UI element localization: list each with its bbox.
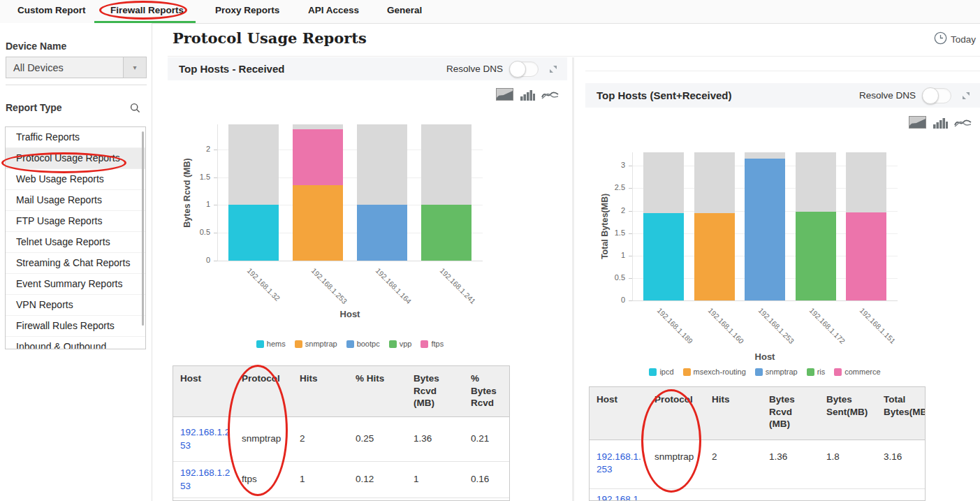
divider bbox=[168, 56, 980, 57]
x-tick-label: 192.168.1.189 bbox=[656, 306, 695, 345]
legend-label: hems bbox=[267, 340, 286, 348]
x-tick-label: 192.168.1.151 bbox=[858, 306, 898, 345]
legend-item-hems[interactable]: hems bbox=[256, 340, 286, 348]
table-cell: 2 bbox=[293, 430, 349, 448]
bar-segment-hems bbox=[228, 205, 279, 261]
x-tick-label: 192.168.1.241 bbox=[439, 266, 478, 305]
y-tick-label: 0 bbox=[182, 256, 210, 264]
sidebar-item-telnet-usage-reports[interactable]: Telnet Usage Reports bbox=[6, 232, 145, 253]
legend-label: vpp bbox=[400, 340, 412, 348]
legend-swatch bbox=[807, 368, 814, 376]
sidebar-item-web-usage-reports[interactable]: Web Usage Reports bbox=[6, 169, 145, 190]
tab-api-access[interactable]: API Access bbox=[308, 5, 359, 15]
legend-swatch bbox=[346, 340, 354, 348]
y-axis-line bbox=[217, 124, 218, 261]
clock-icon bbox=[934, 31, 947, 48]
table-cell bbox=[705, 489, 762, 496]
legend-item-commerce[interactable]: commerce bbox=[834, 368, 880, 376]
column-header-protocol: Protocol bbox=[235, 366, 293, 416]
y-tick-label: 1 bbox=[597, 251, 625, 259]
tab-custom-report[interactable]: Custom Report bbox=[17, 5, 86, 15]
device-select[interactable]: All Devices ▾ bbox=[6, 57, 147, 78]
legend-item-snmptrap[interactable]: snmptrap bbox=[755, 368, 798, 376]
device-name-label: Device Name bbox=[6, 41, 66, 52]
table-row: 192.168.1. bbox=[590, 489, 925, 501]
tab-general[interactable]: General bbox=[387, 5, 422, 15]
device-select-value: All Devices bbox=[6, 62, 123, 73]
sidebar-item-traffic-reports[interactable]: Traffic Reports bbox=[6, 127, 145, 148]
legend-item-ipcd[interactable]: ipcd bbox=[649, 368, 673, 376]
legend-swatch bbox=[834, 368, 842, 376]
x-tick-label: 192.168.1.172 bbox=[807, 306, 847, 345]
host-link[interactable]: 192.168.1.253 bbox=[173, 423, 235, 454]
bar-segment-ftps bbox=[293, 129, 343, 185]
legend-label: bootpc bbox=[357, 340, 380, 348]
sidebar-item-event-summary-reports[interactable]: Event Summary Reports bbox=[6, 274, 145, 295]
legend-item-bootpc[interactable]: bootpc bbox=[346, 340, 380, 348]
host-link[interactable]: 192.168.1.253 bbox=[173, 464, 235, 495]
report-type-label: Report Type bbox=[6, 102, 62, 113]
legend-item-msexch-routing[interactable]: msexch-routing bbox=[683, 368, 746, 376]
table-cell bbox=[819, 489, 877, 496]
y-axis-line bbox=[632, 152, 633, 300]
legend-item-ftps[interactable]: ftps bbox=[420, 340, 444, 348]
y-tick-label: 1.5 bbox=[597, 228, 625, 237]
chart-legend: hemssnmptrapbootpcvppftps bbox=[179, 340, 521, 348]
column-header-host: Host bbox=[590, 387, 648, 440]
panel-top-hosts-sent-received: Top Hosts (Sent+Received) Resolve DNS To… bbox=[585, 83, 980, 501]
tab-proxy-reports[interactable]: Proxy Reports bbox=[215, 5, 279, 15]
sidebar-item-firewall-rules-reports[interactable]: Firewall Rules Reports bbox=[6, 316, 145, 337]
tab-firewall-reports[interactable]: Firewall Reports bbox=[110, 5, 184, 15]
table-cell: 1.36 bbox=[407, 430, 464, 448]
bar-segment-msexch-routing bbox=[694, 213, 735, 300]
legend-swatch bbox=[389, 340, 397, 348]
table-cell: 0.12 bbox=[349, 470, 407, 488]
sidebar-item-streaming-chat-reports[interactable]: Streaming & Chat Reports bbox=[6, 253, 145, 274]
y-tick-label: 0.5 bbox=[182, 228, 210, 236]
x-axis-title: Host bbox=[632, 351, 898, 362]
x-tick-label: 192.168.1.164 bbox=[374, 266, 414, 305]
x-tick-label: 192.168.1.160 bbox=[706, 306, 745, 345]
legend-item-ris[interactable]: ris bbox=[807, 368, 826, 376]
legend-item-snmptrap[interactable]: snmptrap bbox=[295, 340, 337, 348]
time-range-badge[interactable]: Today bbox=[934, 31, 976, 48]
search-icon[interactable] bbox=[130, 103, 140, 116]
host-link[interactable]: 192.168.1. bbox=[590, 489, 648, 501]
bar-segment-snmptrap bbox=[293, 185, 343, 261]
table-top-hosts-received: HostProtocolHits% HitsBytes Rcvd (MB)% B… bbox=[173, 365, 510, 501]
sidebar-item-vpn-reports[interactable]: VPN Reports bbox=[6, 295, 145, 316]
table-cell: 1 bbox=[293, 470, 349, 488]
y-tick-label: 3 bbox=[597, 161, 625, 169]
y-tick-label: 2 bbox=[182, 145, 210, 153]
table-row: 192.168.1.253snmptrap20.251.360.21 bbox=[173, 417, 509, 462]
y-tick-label: 1 bbox=[182, 200, 210, 208]
gridline bbox=[217, 261, 483, 261]
legend-label: snmptrap bbox=[766, 368, 798, 376]
table-cell: 0.16 bbox=[464, 470, 510, 488]
y-tick-label: 2 bbox=[597, 206, 625, 215]
y-tick-mark bbox=[214, 261, 217, 261]
sidebar-item-protocol-usage-reports[interactable]: Protocol Usage Reports bbox=[6, 148, 145, 169]
column-header-bytes-rcvd-mb: Bytes Rcvd (MB) bbox=[762, 387, 819, 440]
sidebar-item-mail-usage-reports[interactable]: Mail Usage Reports bbox=[6, 190, 145, 211]
y-tick-mark bbox=[629, 300, 632, 301]
gridline bbox=[632, 300, 898, 301]
x-axis-title: Host bbox=[217, 309, 483, 319]
table-cell: ftps bbox=[235, 470, 293, 488]
table-row: 192.168.1.253ftps10.1210.16 bbox=[173, 462, 509, 498]
chart-legend: ipcdmsexch-routingsnmptrapriscommerce bbox=[594, 368, 936, 376]
legend-item-vpp[interactable]: vpp bbox=[389, 340, 412, 348]
sidebar-item-inbound-outbound[interactable]: Inbound & Outbound bbox=[6, 337, 145, 349]
chevron-down-icon[interactable]: ▾ bbox=[123, 57, 146, 78]
column-header-bytes-sent-mb: Bytes Sent(MB) bbox=[819, 387, 877, 440]
table-header-row: HostProtocolHits% HitsBytes Rcvd (MB)% B… bbox=[173, 366, 509, 417]
bar-segment-ipcd bbox=[643, 213, 684, 300]
column-header-protocol: Protocol bbox=[648, 387, 705, 440]
y-tick-label: 1.5 bbox=[182, 173, 210, 181]
sidebar-item-ftp-usage-reports[interactable]: FTP Usage Reports bbox=[6, 211, 145, 232]
host-link[interactable]: 192.168.1.253 bbox=[590, 440, 648, 479]
legend-swatch bbox=[295, 340, 302, 348]
time-range-label: Today bbox=[951, 34, 976, 45]
legend-swatch bbox=[420, 340, 428, 348]
scrollbar-thumb[interactable] bbox=[142, 131, 144, 326]
